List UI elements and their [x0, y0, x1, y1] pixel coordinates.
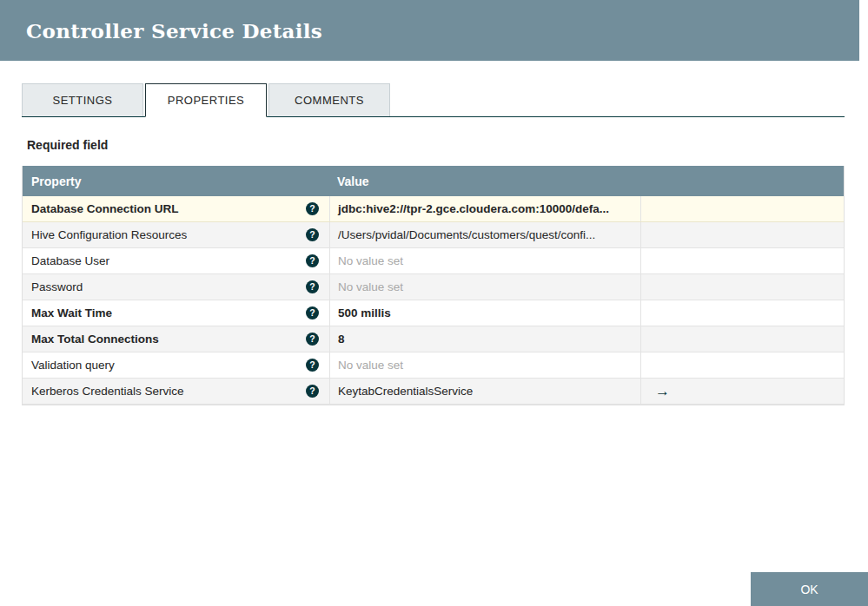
table-row[interactable]: Max Total Connections ? 8	[23, 326, 844, 352]
property-value[interactable]: /Users/pvidal/Documents/customers/quest/…	[338, 228, 595, 241]
property-value[interactable]: No value set	[338, 359, 403, 372]
tab-comments-label: COMMENTS	[295, 94, 364, 107]
dialog-header: Controller Service Details	[0, 0, 859, 61]
property-name: Kerberos Credentials Service	[31, 385, 184, 398]
ok-button-label: OK	[800, 583, 818, 596]
property-value[interactable]: No value set	[338, 280, 403, 293]
table-row[interactable]: Database User ? No value set	[23, 248, 844, 274]
row-extra-cell	[640, 326, 844, 352]
tab-settings[interactable]: SETTINGS	[22, 83, 143, 116]
table-row[interactable]: Hive Configuration Resources ? /Users/pv…	[23, 222, 844, 248]
go-to-service-icon[interactable]: →	[655, 384, 670, 399]
table-row[interactable]: Kerberos Credentials Service ? KeytabCre…	[23, 379, 844, 405]
row-extra-cell	[640, 300, 844, 326]
row-extra-cell	[640, 248, 844, 273]
table-row[interactable]: Password ? No value set	[23, 274, 844, 300]
help-icon[interactable]: ?	[306, 280, 319, 293]
dialog-body: SETTINGS PROPERTIES COMMENTS Required fi…	[0, 61, 868, 405]
property-value[interactable]: KeytabCredentialsService	[338, 385, 473, 398]
help-icon[interactable]: ?	[306, 202, 319, 215]
row-extra-cell	[640, 352, 844, 378]
tab-comments[interactable]: COMMENTS	[268, 83, 390, 116]
row-extra-cell	[640, 274, 844, 300]
dialog-title: Controller Service Details	[26, 19, 322, 43]
required-field-label: Required field	[27, 138, 845, 152]
property-value[interactable]: 500 millis	[338, 306, 391, 319]
property-name: Max Total Connections	[31, 333, 159, 346]
column-header-property: Property	[23, 175, 329, 188]
property-name: Hive Configuration Resources	[31, 228, 187, 241]
tab-properties[interactable]: PROPERTIES	[145, 83, 267, 117]
table-header-row: Property Value	[23, 166, 844, 196]
property-name: Database Connection URL	[31, 202, 179, 215]
row-extra-cell	[640, 196, 844, 221]
table-row[interactable]: Max Wait Time ? 500 millis	[23, 300, 844, 326]
property-value[interactable]: 8	[338, 333, 345, 346]
row-extra-cell	[640, 222, 844, 247]
help-icon[interactable]: ?	[306, 228, 319, 241]
property-name: Validation query	[31, 359, 115, 372]
help-icon[interactable]: ?	[306, 333, 319, 346]
tab-bar: SETTINGS PROPERTIES COMMENTS	[22, 83, 845, 117]
help-icon[interactable]: ?	[306, 359, 319, 372]
ok-button[interactable]: OK	[751, 572, 868, 606]
help-icon[interactable]: ?	[306, 306, 319, 319]
property-name: Database User	[31, 254, 109, 267]
table-row[interactable]: Validation query ? No value set	[23, 352, 844, 379]
property-value[interactable]: No value set	[338, 254, 403, 267]
help-icon[interactable]: ?	[306, 385, 319, 398]
property-value[interactable]: jdbc:hive2://tpr-2.gce.cloudera.com:1000…	[338, 202, 609, 215]
property-name: Max Wait Time	[31, 306, 112, 319]
properties-table: Property Value Database Connection URL ?…	[22, 166, 845, 405]
table-row[interactable]: Database Connection URL ? jdbc:hive2://t…	[23, 196, 844, 222]
property-name: Password	[31, 280, 83, 293]
tab-settings-label: SETTINGS	[52, 94, 112, 107]
tab-properties-label: PROPERTIES	[168, 94, 245, 107]
column-header-value: Value	[329, 175, 369, 188]
help-icon[interactable]: ?	[306, 254, 319, 267]
